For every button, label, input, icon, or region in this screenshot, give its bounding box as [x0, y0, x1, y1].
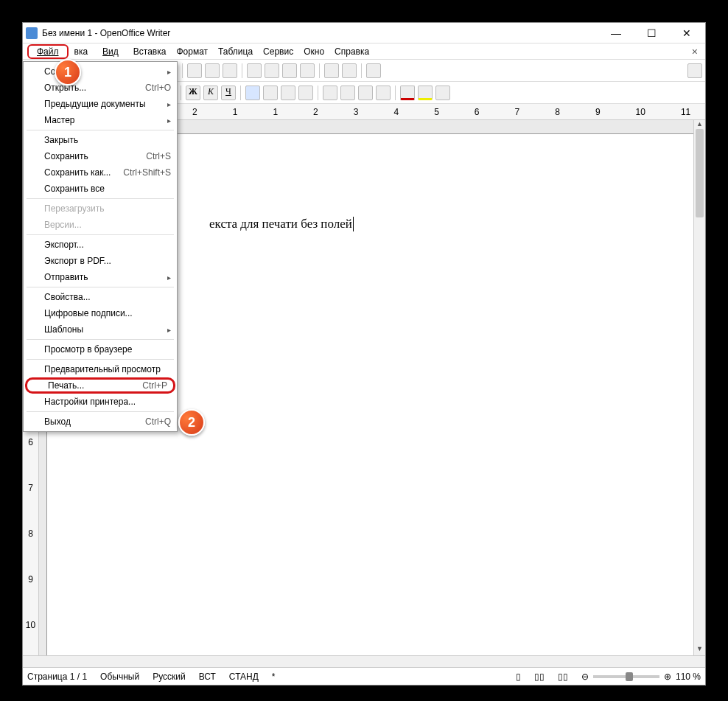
- menu-table[interactable]: Таблица: [214, 45, 257, 58]
- vertical-scrollbar[interactable]: ▲ ▼: [693, 120, 705, 655]
- zoom-value[interactable]: 110 %: [676, 672, 701, 682]
- scroll-thumb[interactable]: [696, 129, 704, 217]
- zoom-slider[interactable]: ⊖ ⊕ 110 %: [581, 672, 701, 682]
- highlight-color-button[interactable]: [418, 86, 433, 100]
- menu-item--[interactable]: Экспорт...: [24, 237, 177, 253]
- menu-item--[interactable]: Настройки принтера...: [24, 394, 177, 410]
- italic-button[interactable]: К: [203, 86, 218, 100]
- window-title: Без имени 1 - OpenOffice Writer: [42, 28, 605, 38]
- menu-item--: Перезагрузить: [24, 200, 177, 217]
- menu-item--[interactable]: Предыдущие документы▸: [24, 96, 177, 112]
- menu-item-shortcut: Ctrl+O: [145, 83, 171, 93]
- menu-item--[interactable]: Печать...Ctrl+P: [25, 377, 175, 394]
- decrease-indent-button[interactable]: [358, 86, 373, 100]
- background-color-button[interactable]: [435, 86, 450, 100]
- close-document-button[interactable]: ×: [689, 46, 701, 57]
- gallery-icon[interactable]: [282, 63, 297, 78]
- window-buttons: — ☐ ✕: [605, 26, 702, 41]
- menu-item--[interactable]: Сохранить все: [24, 181, 177, 197]
- menu-item-shortcut: Ctrl+Q: [145, 416, 171, 427]
- menu-item--[interactable]: Шаблоны▸: [24, 321, 177, 338]
- menu-item-icon: [27, 395, 40, 408]
- increase-indent-button[interactable]: [376, 86, 391, 100]
- menu-edit[interactable]: вка: [70, 45, 93, 58]
- bullet-list-button[interactable]: [340, 86, 355, 100]
- menu-item-icon: [27, 202, 40, 215]
- zoom-icon[interactable]: [342, 63, 357, 78]
- toolbar-overflow-icon[interactable]: [687, 63, 702, 78]
- menu-item-icon: [27, 363, 40, 376]
- view-layout-auto-icon[interactable]: ▯▯: [534, 672, 545, 682]
- menu-item-label: Экспорт...: [44, 240, 171, 250]
- titlebar: Без имени 1 - OpenOffice Writer — ☐ ✕: [23, 23, 705, 43]
- menu-insert[interactable]: Вставка: [129, 45, 171, 58]
- align-center-button[interactable]: [263, 86, 278, 100]
- navigator-icon[interactable]: [265, 63, 279, 78]
- horizontal-scrollbar[interactable]: [23, 655, 705, 667]
- menu-item--[interactable]: Цифровые подписи...: [24, 305, 177, 321]
- submenu-arrow-icon: ▸: [167, 68, 171, 76]
- menu-help[interactable]: Справка: [330, 45, 374, 58]
- menu-item--[interactable]: ВыходCtrl+Q: [24, 414, 177, 430]
- status-selection[interactable]: СТАНД: [229, 672, 259, 682]
- file-menu-dropdown: Создать▸Открыть...Ctrl+OПредыдущие докум…: [23, 61, 178, 432]
- view-layout-single-icon[interactable]: ▯: [516, 672, 521, 682]
- menu-item--pdf-[interactable]: Экспорт в PDF...: [24, 253, 177, 269]
- align-right-button[interactable]: [281, 86, 295, 100]
- status-insert[interactable]: ВСТ: [199, 672, 216, 682]
- underline-button[interactable]: Ч: [221, 86, 236, 100]
- annotation-2: 2: [178, 409, 205, 436]
- table-icon[interactable]: [205, 63, 220, 78]
- menu-item--[interactable]: Сохранить как...Ctrl+Shift+S: [24, 164, 177, 181]
- maximize-button[interactable]: ☐: [640, 26, 662, 41]
- bold-button[interactable]: Ж: [186, 86, 200, 100]
- status-style[interactable]: Обычный: [100, 672, 139, 682]
- menu-item-label: Сохранить все: [44, 184, 171, 194]
- draw-icon[interactable]: [223, 63, 237, 78]
- menu-item-icon: [27, 307, 40, 320]
- menu-item--[interactable]: Свойства...: [24, 289, 177, 305]
- menu-window[interactable]: Окно: [299, 45, 329, 58]
- close-button[interactable]: ✕: [676, 26, 698, 41]
- font-color-button[interactable]: [400, 86, 415, 100]
- menu-item-icon: [27, 271, 40, 284]
- menu-item--[interactable]: СохранитьCtrl+S: [24, 148, 177, 164]
- menu-item-icon: [27, 81, 40, 94]
- hyperlink-icon[interactable]: [187, 63, 202, 78]
- menu-item-icon: [27, 65, 40, 78]
- menu-item--[interactable]: Мастер▸: [24, 112, 177, 128]
- datasource-icon[interactable]: [300, 63, 315, 78]
- view-layout-book-icon[interactable]: ▯▯: [558, 672, 568, 682]
- menu-format[interactable]: Формат: [172, 45, 212, 58]
- menu-file[interactable]: Файл: [27, 44, 69, 59]
- align-justify-button[interactable]: [298, 86, 313, 100]
- menu-item-label: Перезагрузить: [44, 203, 171, 214]
- zoom-in-icon[interactable]: ⊕: [664, 672, 671, 682]
- menu-item-icon: [27, 290, 40, 304]
- help-icon[interactable]: [366, 63, 381, 78]
- align-left-button[interactable]: [245, 86, 260, 100]
- menu-view[interactable]: Вид: [94, 45, 127, 58]
- numbered-list-button[interactable]: [323, 86, 337, 100]
- menu-item--[interactable]: Просмотр в браузере: [24, 341, 177, 358]
- menu-item--: Версии...: [24, 217, 177, 233]
- document-text[interactable]: екста для печати без полей: [209, 217, 354, 231]
- menu-item-label: Цифровые подписи...: [44, 308, 171, 318]
- find-icon[interactable]: [247, 63, 262, 78]
- zoom-out-icon[interactable]: ⊖: [581, 672, 589, 682]
- scroll-down-arrow[interactable]: ▼: [694, 645, 705, 655]
- annotation-1: 1: [55, 59, 81, 86]
- status-language[interactable]: Русский: [153, 672, 186, 682]
- menu-item-label: Просмотр в браузере: [44, 344, 171, 355]
- submenu-arrow-icon: ▸: [167, 116, 171, 125]
- submenu-arrow-icon: ▸: [167, 273, 171, 282]
- menu-item--[interactable]: Открыть...Ctrl+O: [24, 80, 177, 96]
- menu-item--[interactable]: Отправить▸: [24, 269, 177, 285]
- minimize-button[interactable]: —: [605, 26, 627, 41]
- menu-item--[interactable]: Создать▸: [24, 63, 177, 80]
- nonprinting-icon[interactable]: [324, 63, 339, 78]
- menu-item-icon: [27, 114, 40, 127]
- menu-tools[interactable]: Сервис: [259, 45, 298, 58]
- menu-item--[interactable]: Предварительный просмотр: [24, 361, 177, 377]
- menu-item--[interactable]: Закрыть: [24, 132, 177, 148]
